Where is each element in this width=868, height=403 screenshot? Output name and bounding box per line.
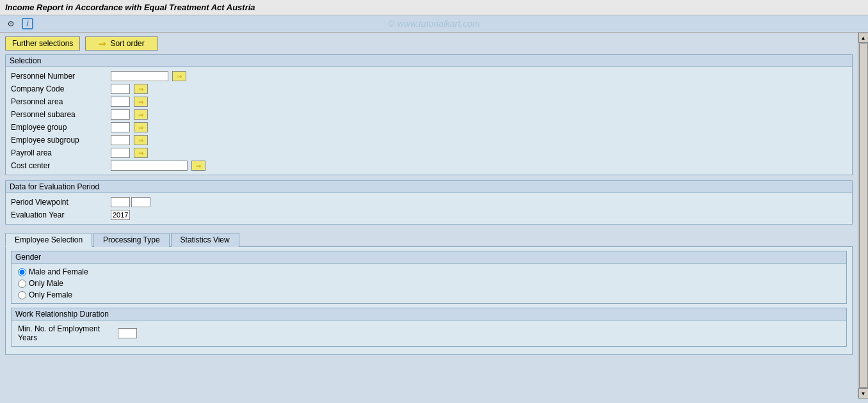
tab-processing-type-label: Processing Type bbox=[103, 235, 160, 244]
field-label-payroll-area: Payroll area bbox=[11, 148, 107, 157]
watermark: © www.tutorialkart.com bbox=[388, 19, 479, 29]
arrow-right-icon3: ⇒ bbox=[138, 99, 143, 106]
scroll-down-button[interactable]: ▼ bbox=[858, 388, 869, 399]
field-row-period-viewpoint: Period Viewpoint bbox=[11, 196, 847, 209]
radio-row-only-female: Only Female bbox=[18, 289, 840, 301]
radio-only-female[interactable] bbox=[18, 291, 26, 299]
field-label-personnel-number: Personnel Number bbox=[11, 72, 107, 81]
field-label-period-viewpoint: Period Viewpoint bbox=[11, 198, 107, 207]
field-row-employee-group: Employee group ⇒ bbox=[11, 121, 847, 134]
evaluation-section-body: Period Viewpoint Evaluation Year bbox=[6, 193, 852, 224]
cost-center-select-btn[interactable]: ⇒ bbox=[191, 161, 205, 171]
field-label-employee-subgroup: Employee subgroup bbox=[11, 136, 107, 145]
field-row-min-employment-years: Min. No. of Employment Years bbox=[18, 323, 840, 344]
personnel-subarea-input[interactable] bbox=[111, 109, 130, 120]
info-icon[interactable]: i bbox=[22, 18, 33, 29]
field-label-company-code: Company Code bbox=[11, 84, 107, 93]
tab-statistics-view-label: Statistics View bbox=[181, 235, 230, 244]
payroll-area-input[interactable] bbox=[111, 148, 130, 158]
radio-male-female[interactable] bbox=[18, 268, 26, 276]
gender-section-title: Gender bbox=[12, 251, 846, 264]
field-row-payroll-area: Payroll area ⇒ bbox=[11, 146, 847, 159]
selection-section: Selection Personnel Number ⇒ Company Cod… bbox=[5, 54, 853, 175]
field-row-personnel-area: Personnel area ⇒ bbox=[11, 95, 847, 108]
further-selections-button[interactable]: Further selections bbox=[5, 36, 80, 51]
field-row-employee-subgroup: Employee subgroup ⇒ bbox=[11, 134, 847, 146]
personnel-area-input[interactable] bbox=[111, 97, 130, 107]
label-only-male: Only Male bbox=[29, 279, 63, 288]
arrow-right-icon4: ⇒ bbox=[138, 111, 143, 118]
content-area: Further selections ⇒ Sort order Selectio… bbox=[0, 33, 858, 399]
page-title: Income Report in Accordance with Equal T… bbox=[5, 3, 255, 12]
tab-processing-type[interactable]: Processing Type bbox=[93, 233, 170, 247]
company-code-input[interactable] bbox=[111, 84, 130, 94]
radio-row-only-male: Only Male bbox=[18, 278, 840, 289]
radio-row-male-female: Male and Female bbox=[18, 266, 840, 278]
period-viewpoint-inputs bbox=[111, 197, 150, 207]
period-viewpoint-input2[interactable] bbox=[131, 197, 150, 207]
selection-section-body: Personnel Number ⇒ Company Code ⇒ Person… bbox=[6, 67, 852, 175]
tab-employee-selection[interactable]: Employee Selection bbox=[5, 233, 92, 247]
sort-order-button[interactable]: ⇒ Sort order bbox=[85, 36, 157, 51]
employee-subgroup-input[interactable] bbox=[111, 135, 130, 145]
scroll-thumb[interactable] bbox=[859, 43, 868, 388]
field-row-company-code: Company Code ⇒ bbox=[11, 83, 847, 95]
arrow-right-icon2: ⇒ bbox=[138, 86, 143, 93]
nav-icon[interactable]: ⊙ bbox=[5, 18, 17, 29]
field-label-employee-group: Employee group bbox=[11, 123, 107, 132]
gender-section-body: Male and Female Only Male Only Female bbox=[12, 264, 846, 303]
field-row-personnel-subarea: Personnel subarea ⇒ bbox=[11, 108, 847, 121]
personnel-number-select-btn[interactable]: ⇒ bbox=[172, 71, 186, 81]
work-section-body: Min. No. of Employment Years bbox=[12, 320, 846, 346]
label-male-female: Male and Female bbox=[29, 267, 88, 276]
employee-group-input[interactable] bbox=[111, 122, 130, 132]
work-section-title: Work Relationship Duration bbox=[12, 308, 846, 320]
field-row-cost-center: Cost center ⇒ bbox=[11, 159, 847, 172]
work-section: Work Relationship Duration Min. No. of E… bbox=[11, 308, 847, 347]
min-employment-years-input[interactable] bbox=[118, 328, 137, 338]
company-code-select-btn[interactable]: ⇒ bbox=[134, 84, 148, 94]
tabs-container: Employee Selection Processing Type Stati… bbox=[5, 230, 853, 246]
sort-order-label: Sort order bbox=[110, 39, 144, 48]
arrow-right-icon6: ⇒ bbox=[138, 137, 143, 144]
arrow-right-icon: ⇒ bbox=[177, 73, 182, 80]
evaluation-section-title: Data for Evaluation Period bbox=[6, 181, 852, 193]
personnel-number-input[interactable] bbox=[111, 71, 168, 81]
toolbar: ⊙ i © www.tutorialkart.com bbox=[0, 15, 868, 33]
field-label-evaluation-year: Evaluation Year bbox=[11, 210, 107, 219]
sort-arrow-icon: ⇒ bbox=[99, 38, 106, 49]
field-row-evaluation-year: Evaluation Year bbox=[11, 209, 847, 221]
cost-center-input[interactable] bbox=[111, 161, 188, 171]
arrow-right-icon5: ⇒ bbox=[138, 124, 143, 131]
action-toolbar: Further selections ⇒ Sort order bbox=[5, 36, 853, 51]
scrollbar: ▲ ▼ bbox=[858, 33, 868, 399]
scroll-up-icon: ▲ bbox=[861, 35, 866, 41]
field-row-personnel-number: Personnel Number ⇒ bbox=[11, 70, 847, 83]
employee-subgroup-select-btn[interactable]: ⇒ bbox=[134, 135, 148, 145]
employee-group-select-btn[interactable]: ⇒ bbox=[134, 122, 148, 132]
scroll-down-icon: ▼ bbox=[861, 391, 866, 397]
tab-panel: Gender Male and Female Only Male Only Fe… bbox=[5, 246, 853, 355]
radio-only-male[interactable] bbox=[18, 280, 26, 288]
field-label-personnel-subarea: Personnel subarea bbox=[11, 110, 107, 119]
period-viewpoint-input1[interactable] bbox=[111, 197, 130, 207]
evaluation-section: Data for Evaluation Period Period Viewpo… bbox=[5, 180, 853, 225]
field-label-min-employment-years: Min. No. of Employment Years bbox=[18, 324, 114, 342]
personnel-subarea-select-btn[interactable]: ⇒ bbox=[134, 109, 148, 120]
evaluation-year-input[interactable] bbox=[111, 210, 130, 220]
field-label-cost-center: Cost center bbox=[11, 161, 107, 170]
gender-section: Gender Male and Female Only Male Only Fe… bbox=[11, 251, 847, 304]
tab-employee-selection-label: Employee Selection bbox=[15, 235, 83, 244]
arrow-right-icon7: ⇒ bbox=[138, 150, 143, 157]
label-only-female: Only Female bbox=[29, 290, 72, 299]
scroll-up-button[interactable]: ▲ bbox=[858, 33, 869, 43]
selection-section-title: Selection bbox=[6, 55, 852, 67]
tab-statistics-view[interactable]: Statistics View bbox=[171, 233, 239, 247]
personnel-area-select-btn[interactable]: ⇒ bbox=[134, 97, 148, 107]
title-bar: Income Report in Accordance with Equal T… bbox=[0, 0, 868, 15]
field-label-personnel-area: Personnel area bbox=[11, 97, 107, 106]
payroll-area-select-btn[interactable]: ⇒ bbox=[134, 148, 148, 158]
arrow-right-icon8: ⇒ bbox=[196, 162, 201, 170]
